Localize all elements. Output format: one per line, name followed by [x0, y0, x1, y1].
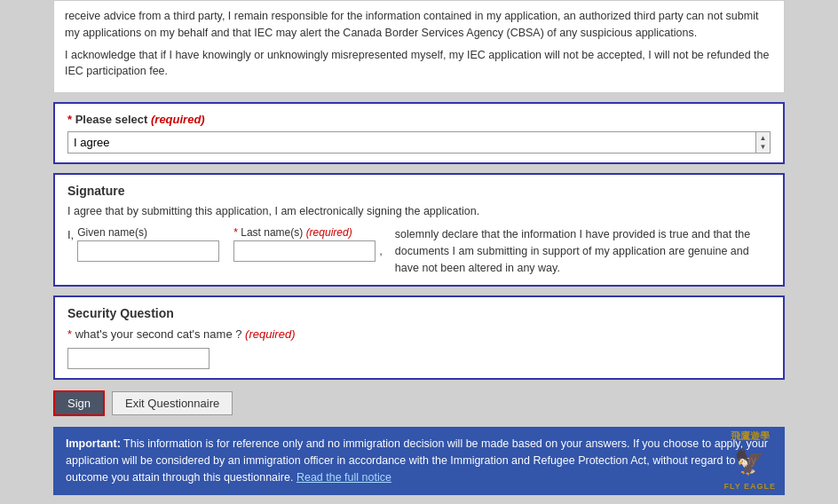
important-notice: Important: This information is for refer…: [53, 427, 785, 494]
top-para-1: receive advice from a third party, I rem…: [65, 8, 773, 42]
last-name-input[interactable]: [233, 240, 376, 262]
top-para-2: I acknowledge that if I have knowingly o…: [65, 47, 773, 81]
please-select-label: * Please select (required): [67, 113, 771, 126]
given-name-input[interactable]: [77, 240, 219, 262]
signature-description: I agree that by submitting this applicat…: [67, 205, 771, 217]
last-name-group: * Last name(s) (required): [233, 226, 376, 262]
last-name-label: * Last name(s) (required): [233, 226, 376, 239]
given-name-group: Given name(s): [77, 226, 219, 262]
scroll-down-arrow[interactable]: ▼: [760, 143, 767, 151]
notice-bold-label: Important:: [66, 437, 121, 450]
signature-row: I, Given name(s) * Last name(s) (require…: [67, 226, 771, 276]
scrollbar: ▲ ▼: [756, 131, 771, 154]
watermark-english: FLY EAGLE: [723, 481, 776, 493]
security-question-section: Security Question * what's your second c…: [53, 295, 785, 380]
sig-fields-row: I, Given name(s) * Last name(s) (require…: [67, 226, 383, 262]
security-answer-input[interactable]: [67, 348, 210, 369]
sign-button[interactable]: Sign: [53, 390, 105, 416]
i-label: I,: [67, 228, 74, 241]
signature-declare: solemnly declare that the information I …: [395, 226, 771, 276]
select-wrapper: ▲ ▼: [67, 131, 771, 154]
please-select-section: * Please select (required) ▲ ▼: [53, 102, 785, 164]
security-question-label: * what's your second cat's name ? (requi…: [67, 327, 771, 341]
notice-text: This information is for reference only a…: [66, 437, 768, 484]
given-name-label: Given name(s): [77, 226, 219, 239]
signature-title: Signature: [67, 184, 771, 198]
please-select-input[interactable]: [67, 131, 756, 154]
buttons-row: Sign Exit Questionnaire: [53, 390, 785, 416]
required-star: *: [67, 113, 72, 126]
comma: ,: [379, 244, 383, 257]
top-text-block: receive advice from a third party, I rem…: [53, 0, 785, 93]
read-full-notice-link[interactable]: Read the full notice: [296, 471, 391, 484]
security-question-title: Security Question: [67, 306, 771, 320]
signature-section: Signature I agree that by submitting thi…: [53, 173, 785, 287]
exit-questionnaire-button[interactable]: Exit Questionnaire: [112, 391, 233, 415]
scroll-up-arrow[interactable]: ▲: [760, 134, 767, 142]
